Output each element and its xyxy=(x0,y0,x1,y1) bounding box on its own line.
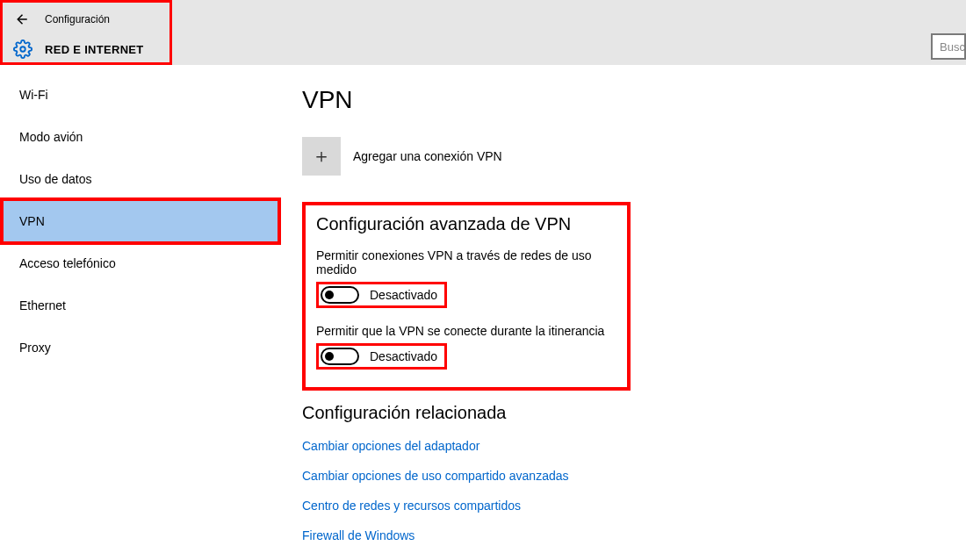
search-placeholder: Busca xyxy=(940,40,966,54)
link-firewall[interactable]: Firewall de Windows xyxy=(302,528,945,542)
setting-metered-label: Permitir conexiones VPN a través de rede… xyxy=(316,248,616,276)
header-highlight-box: Configuración RED E INTERNET xyxy=(0,0,172,65)
add-tile: ＋ xyxy=(302,137,341,176)
link-adapter-options[interactable]: Cambiar opciones del adaptador xyxy=(302,439,945,453)
svg-point-0 xyxy=(20,47,25,52)
add-vpn-label: Agregar una conexión VPN xyxy=(353,149,502,163)
header-section-title: RED E INTERNET xyxy=(45,43,144,56)
add-vpn-button[interactable]: ＋ Agregar una conexión VPN xyxy=(302,137,945,176)
sidebar-item-ethernet[interactable]: Ethernet xyxy=(0,284,281,327)
back-icon[interactable] xyxy=(13,11,29,27)
sidebar-item-proxy[interactable]: Proxy xyxy=(0,327,281,369)
sidebar: Wi-Fi Modo avión Uso de datos VPN Acceso… xyxy=(0,65,281,560)
sidebar-item-vpn[interactable]: VPN xyxy=(0,200,281,242)
toggle-metered-state: Desactivado xyxy=(370,288,437,302)
sidebar-item-airplane[interactable]: Modo avión xyxy=(0,116,281,158)
search-input[interactable]: Busca xyxy=(931,33,966,60)
setting-roaming-label: Permitir que la VPN se conecte durante l… xyxy=(316,324,616,338)
gear-icon xyxy=(13,39,32,59)
related-heading: Configuración relacionada xyxy=(302,403,945,423)
settings-header: Configuración RED E INTERNET Busca xyxy=(0,0,966,65)
back-label: Configuración xyxy=(45,13,110,25)
plus-icon: ＋ xyxy=(312,143,331,169)
link-network-center[interactable]: Centro de redes y recursos compartidos xyxy=(302,499,945,513)
toggle-roaming[interactable] xyxy=(321,348,359,365)
sidebar-item-dialup[interactable]: Acceso telefónico xyxy=(0,242,281,284)
toggle-roaming-state: Desactivado xyxy=(370,349,437,363)
sidebar-item-wifi[interactable]: Wi-Fi xyxy=(0,74,281,116)
toggle-metered[interactable] xyxy=(321,286,359,304)
page-title: VPN xyxy=(302,86,945,114)
link-sharing-options[interactable]: Cambiar opciones de uso compartido avanz… xyxy=(302,469,945,483)
content-pane: VPN ＋ Agregar una conexión VPN Configura… xyxy=(281,65,966,560)
sidebar-item-data-usage[interactable]: Uso de datos xyxy=(0,158,281,200)
advanced-vpn-box: Configuración avanzada de VPN Permitir c… xyxy=(302,202,631,391)
advanced-heading: Configuración avanzada de VPN xyxy=(316,214,616,234)
